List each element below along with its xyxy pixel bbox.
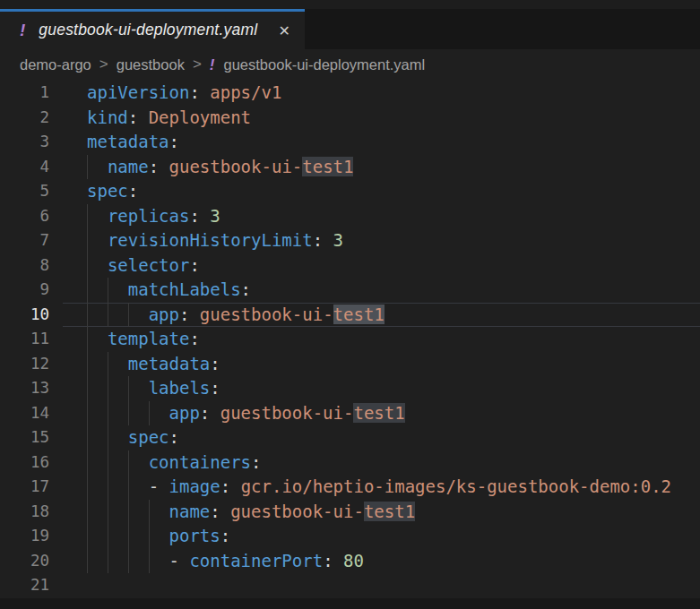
line-number[interactable]: 10 [0,303,63,328]
code-token: guestbook-ui- [230,502,364,521]
code-line[interactable]: 12 metadata: [0,352,700,377]
breadcrumb-item-file[interactable]: guestbook-ui-deployment.yaml [224,56,426,73]
code-token: guestbook-ui- [169,157,303,176]
code-token: apps/v1 [210,82,281,102]
code-token: : [200,403,220,423]
code-text: template: [87,329,200,348]
line-number[interactable]: 4 [0,155,63,180]
line-number[interactable]: 11 [0,327,63,352]
code-token: - [149,476,169,496]
line-number[interactable]: 17 [0,475,63,500]
code-token: test1 [353,403,404,423]
code-text: selector: [87,255,200,275]
code-line[interactable]: 20 - containerPort: 80 [0,549,700,574]
line-number[interactable]: 6 [0,204,63,229]
code-line[interactable]: 10 app: guestbook-ui-test1 [0,303,700,328]
code-line[interactable]: 3metadata: [0,130,700,155]
code-line[interactable]: 21 [0,573,700,598]
code-line[interactable]: 9 matchLabels: [0,278,700,303]
code-token: test1 [364,502,415,521]
line-number[interactable]: 12 [0,352,63,377]
bottom-strip [0,598,700,609]
code-token: : [189,255,199,275]
code-text: spec: [87,181,138,201]
code-token: containerPort [189,551,323,570]
line-number[interactable]: 2 [0,106,63,131]
code-token: : [189,206,210,226]
code-token: name [108,157,149,176]
line-number[interactable]: 5 [0,179,63,204]
code-content: spec: [63,179,700,204]
code-content: selector: [63,253,700,279]
code-line[interactable]: 8 selector: [0,253,700,279]
code-token: containers [149,452,251,472]
code-token: : [189,82,210,102]
code-text: - image: gcr.io/heptio-images/ks-guestbo… [87,476,671,496]
breadcrumb-warning-icon: ! [210,56,215,74]
code-content: name: guestbook-ui-test1 [63,500,700,525]
breadcrumb-item-guestbook[interactable]: guestbook [117,56,185,73]
code-token: : [323,551,343,570]
code-token: ports [169,526,220,545]
code-token: : [241,279,251,299]
code-line[interactable]: 11 template: [0,327,700,352]
vscode-window: ! guestbook-ui-deployment.yaml ✕ demo-ar… [0,0,700,609]
code-content: - containerPort: 80 [63,549,700,574]
code-content: containers: [63,450,700,476]
code-token: 3 [210,206,220,226]
code-line[interactable]: 2kind: Deployment [0,106,700,131]
chevron-right-icon: > [99,56,108,73]
code-content: revisionHistoryLimit: 3 [63,228,700,253]
code-content: template: [63,327,700,352]
code-token: replicas [108,206,190,226]
code-text: revisionHistoryLimit: 3 [87,230,343,250]
code-line[interactable]: 18 name: guestbook-ui-test1 [0,500,700,525]
line-number[interactable]: 15 [0,425,63,450]
code-text: apiVersion: apps/v1 [87,82,281,102]
code-text: metadata: [87,132,179,151]
line-number[interactable]: 21 [0,573,63,598]
code-content: app: guestbook-ui-test1 [63,401,700,426]
line-number[interactable]: 3 [0,130,63,155]
code-content: metadata: [63,352,700,377]
code-token: revisionHistoryLimit [108,230,313,250]
line-number[interactable]: 18 [0,500,63,525]
code-line[interactable]: 19 ports: [0,524,700,549]
tab-guestbook-ui-deployment[interactable]: ! guestbook-ui-deployment.yaml ✕ [0,9,305,49]
code-line[interactable]: 16 containers: [0,450,700,476]
line-number[interactable]: 9 [0,278,63,303]
code-line[interactable]: 14 app: guestbook-ui-test1 [0,401,700,426]
line-number[interactable]: 8 [0,253,63,279]
line-number[interactable]: 19 [0,524,63,549]
code-line[interactable]: 13 labels: [0,376,700,401]
code-line[interactable]: 6 replicas: 3 [0,204,700,229]
code-content: name: guestbook-ui-test1 [63,155,700,180]
line-number[interactable]: 14 [0,401,63,426]
close-icon[interactable]: ✕ [275,21,294,41]
code-line[interactable]: 4 name: guestbook-ui-test1 [0,155,700,180]
code-token: name [169,502,211,521]
code-text: containers: [87,452,261,472]
code-token: metadata [128,354,211,373]
code-line[interactable]: 1apiVersion: apps/v1 [0,81,700,106]
breadcrumb-item-demo-argo[interactable]: demo-argo [20,56,91,73]
line-number[interactable]: 16 [0,450,63,476]
code-line[interactable]: 17 - image: gcr.io/heptio-images/ks-gues… [0,475,700,500]
code-line[interactable]: 7 revisionHistoryLimit: 3 [0,228,700,253]
code-token: image [169,476,220,496]
code-token: 80 [343,551,364,570]
code-content: app: guestbook-ui-test1 [63,303,700,328]
code-line[interactable]: 15 spec: [0,425,700,450]
line-number[interactable]: 20 [0,549,63,574]
code-line[interactable]: 5spec: [0,179,700,204]
breadcrumb: demo-argo > guestbook > ! guestbook-ui-d… [0,49,700,81]
problem-warning-icon: ! [20,21,25,40]
code-editor[interactable]: 1apiVersion: apps/v12kind: Deployment3me… [0,81,700,598]
code-content: spec: [63,425,700,450]
code-content: matchLabels: [63,278,700,303]
line-number[interactable]: 13 [0,376,63,401]
code-token: : [149,157,169,176]
code-token: : [220,526,230,545]
line-number[interactable]: 1 [0,81,63,106]
line-number[interactable]: 7 [0,228,63,253]
